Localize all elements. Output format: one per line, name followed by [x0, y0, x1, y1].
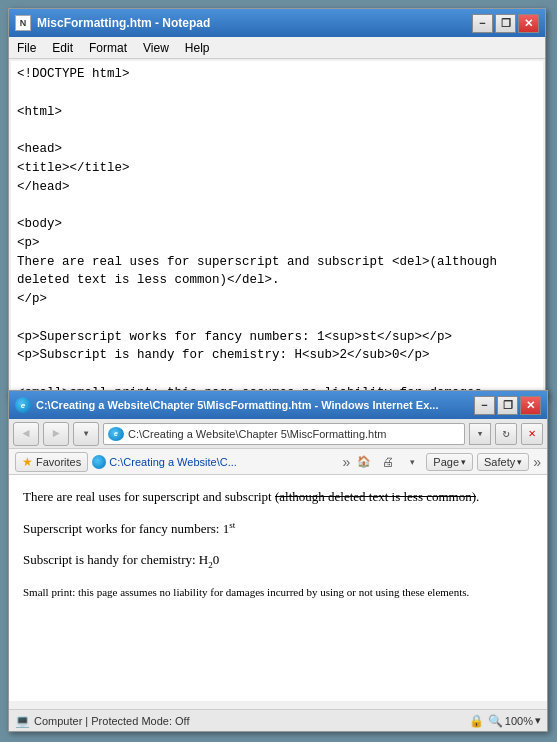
- ie-para1-del: (although deleted text is less common): [275, 489, 476, 504]
- fav-link-ie-icon: [92, 455, 106, 469]
- notepad-restore-button[interactable]: ❐: [495, 14, 516, 33]
- ie-title-group: e C:\Creating a Website\Chapter 5\MiscFo…: [15, 397, 438, 413]
- ie-address-text: C:\Creating a Website\Chapter 5\MiscForm…: [128, 428, 386, 440]
- ie-close-button[interactable]: ✕: [520, 396, 541, 415]
- close-icon: ✕: [524, 17, 533, 30]
- ie-print-dropdown[interactable]: ▾: [402, 452, 422, 472]
- ie-status-bar: 💻 Computer | Protected Mode: Off 🔒 🔍 100…: [9, 709, 547, 731]
- notepad-title-group: N MiscFormatting.htm - Notepad: [15, 15, 210, 31]
- ie-page-button[interactable]: Page ▾: [426, 453, 473, 471]
- ie-paragraph-3: Subscript is handy for chemistry: H20: [23, 550, 533, 572]
- notepad-title-bar: N MiscFormatting.htm - Notepad − ❐ ✕: [9, 9, 545, 37]
- notepad-window: N MiscFormatting.htm - Notepad − ❐ ✕ Fil…: [8, 8, 546, 398]
- ie-address-bar[interactable]: e C:\Creating a Website\Chapter 5\MiscFo…: [103, 423, 465, 445]
- ie-para1-text: There are real uses for superscript and …: [23, 489, 275, 504]
- ie-status-left: 💻 Computer | Protected Mode: Off: [15, 714, 190, 728]
- ie-page-content: There are real uses for superscript and …: [9, 475, 547, 701]
- ie-restore-button[interactable]: ❐: [497, 396, 518, 415]
- ie-status-right: 🔒 🔍 100% ▾: [469, 714, 541, 728]
- ie-paragraph-4: Small print: this page assumes no liabil…: [23, 582, 533, 603]
- ie-tools-double-arrow[interactable]: »: [533, 454, 541, 470]
- ie-stop-button[interactable]: ✕: [521, 423, 543, 445]
- ie-zoom-icon: 🔍: [488, 714, 503, 728]
- address-dropdown-icon: ▾: [477, 427, 484, 440]
- ie-favorites-bar: ★ Favorites C:\Creating a Website\C... »…: [9, 449, 547, 475]
- ie-forward-button[interactable]: ►: [43, 422, 69, 446]
- ie-minimize-button[interactable]: −: [474, 396, 495, 415]
- ie-superscript: st: [229, 520, 235, 530]
- back-icon: ◄: [22, 427, 29, 441]
- menu-edit[interactable]: Edit: [44, 37, 81, 58]
- ie-address-dropdown[interactable]: ▾: [469, 423, 491, 445]
- ie-safety-button[interactable]: Safety ▾: [477, 453, 529, 471]
- refresh-icon: ↻: [502, 426, 509, 441]
- stop-icon: ✕: [528, 426, 535, 441]
- notepad-window-controls: − ❐ ✕: [472, 14, 539, 33]
- menu-view[interactable]: View: [135, 37, 177, 58]
- ie-subscript: 2: [208, 560, 213, 570]
- ie-title-bar: e C:\Creating a Website\Chapter 5\MiscFo…: [9, 391, 547, 419]
- page-label: Page: [433, 456, 459, 468]
- notepad-title: MiscFormatting.htm - Notepad: [37, 16, 210, 30]
- menu-help[interactable]: Help: [177, 37, 218, 58]
- ie-para3-text: Subscript is handy for chemistry: H20: [23, 552, 219, 567]
- forward-icon: ►: [52, 427, 59, 441]
- ie-zoom-arrow: ▾: [535, 714, 541, 727]
- ie-favorites-button[interactable]: ★ Favorites: [15, 452, 88, 472]
- computer-icon: 💻: [15, 714, 30, 728]
- favorites-star-icon: ★: [22, 455, 33, 469]
- ie-paragraph-2: Superscript works for fancy numbers: 1st: [23, 518, 533, 540]
- notepad-close-button[interactable]: ✕: [518, 14, 539, 33]
- menu-format[interactable]: Format: [81, 37, 135, 58]
- favorites-link-text: C:\Creating a Website\C...: [109, 456, 237, 468]
- safety-label: Safety: [484, 456, 515, 468]
- notepad-text-area[interactable]: <!DOCTYPE html> <html> <head> <title></t…: [11, 61, 543, 394]
- ie-nav-toolbar: ◄ ► ▾ e C:\Creating a Website\Chapter 5\…: [9, 419, 547, 449]
- ie-paragraph-1: There are real uses for superscript and …: [23, 487, 533, 508]
- safety-arrow-icon: ▾: [517, 457, 522, 467]
- ie-title: C:\Creating a Website\Chapter 5\MiscForm…: [36, 399, 438, 411]
- ie-dropdown-button[interactable]: ▾: [73, 422, 99, 446]
- menu-file[interactable]: File: [9, 37, 44, 58]
- page-arrow-icon: ▾: [461, 457, 466, 467]
- favorites-label: Favorites: [36, 456, 81, 468]
- ie-window: e C:\Creating a Website\Chapter 5\MiscFo…: [8, 390, 548, 732]
- ie-restore-icon: ❐: [503, 399, 513, 412]
- lock-icon: 🔒: [469, 714, 484, 728]
- notepad-menu-bar: File Edit Format View Help: [9, 37, 545, 59]
- address-ie-icon: e: [108, 427, 124, 441]
- ie-window-controls: − ❐ ✕: [474, 396, 541, 415]
- ie-small-text: Small print: this page assumes no liabil…: [23, 586, 469, 598]
- notepad-minimize-button[interactable]: −: [472, 14, 493, 33]
- ie-double-arrow[interactable]: »: [343, 454, 351, 470]
- ie-para2-text: Superscript works for fancy numbers: 1st: [23, 521, 235, 536]
- notepad-code: <!DOCTYPE html> <html> <head> <title></t…: [17, 65, 537, 394]
- ie-status-text: Computer | Protected Mode: Off: [34, 715, 190, 727]
- dropdown-icon: ▾: [82, 426, 89, 441]
- notepad-icon: N: [15, 15, 31, 31]
- minimize-icon: −: [479, 17, 485, 29]
- ie-close-icon: ✕: [526, 399, 535, 412]
- ie-zoom-text: 100%: [505, 715, 533, 727]
- ie-zoom-button[interactable]: 🔍 100% ▾: [488, 714, 541, 728]
- ie-refresh-button[interactable]: ↻: [495, 423, 517, 445]
- ie-favorites-link[interactable]: C:\Creating a Website\C...: [92, 455, 237, 469]
- ie-print-icon-btn[interactable]: 🖨: [378, 452, 398, 472]
- ie-minimize-icon: −: [481, 399, 487, 411]
- ie-back-button[interactable]: ◄: [13, 422, 39, 446]
- ie-para1-end: .: [476, 489, 479, 504]
- ie-home-icon-btn[interactable]: 🏠: [354, 452, 374, 472]
- restore-icon: ❐: [501, 17, 511, 30]
- ie-app-icon: e: [15, 397, 31, 413]
